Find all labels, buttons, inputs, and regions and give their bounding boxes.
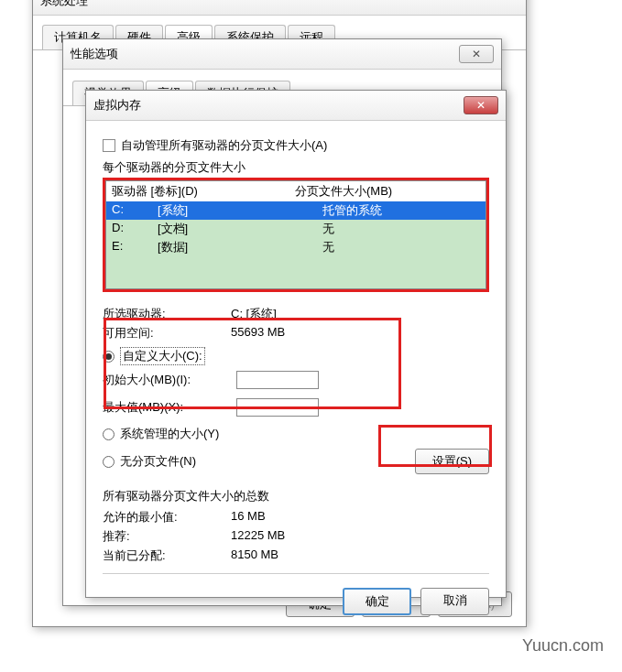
custom-size-radio[interactable] bbox=[103, 351, 115, 363]
header-size: 分页文件大小(MB) bbox=[295, 183, 480, 200]
drive-paging: 无 bbox=[322, 221, 480, 237]
no-paging-radio[interactable] bbox=[103, 456, 115, 468]
dialog-buttons: 确定 取消 bbox=[103, 588, 489, 615]
drive-list-empty bbox=[106, 256, 486, 288]
auto-manage-label: 自动管理所有驱动器的分页文件大小(A) bbox=[121, 137, 327, 154]
max-size-row: 最大值(MB)(X): bbox=[103, 398, 489, 417]
no-paging-row: 无分页文件(N) bbox=[103, 453, 196, 470]
initial-size-input[interactable] bbox=[236, 371, 319, 389]
system-managed-radio[interactable] bbox=[103, 428, 115, 440]
system-managed-label: 系统管理的大小(Y) bbox=[120, 426, 219, 442]
virtual-memory-dialog: 虚拟内存 ✕ 自动管理所有驱动器的分页文件大小(A) 每个驱动器的分页文件大小 … bbox=[85, 90, 507, 598]
drive-row-e[interactable]: E: [数据] 无 bbox=[106, 238, 486, 256]
titlebar: 性能选项 ✕ bbox=[63, 39, 501, 70]
drive-letter: C: bbox=[112, 202, 158, 219]
max-size-label: 最大值(MB)(X): bbox=[103, 399, 236, 416]
drive-paging: 托管的系统 bbox=[322, 202, 480, 219]
ok-button[interactable]: 确定 bbox=[343, 588, 411, 615]
set-button[interactable]: 设置(S) bbox=[415, 449, 489, 474]
recommended-value: 12225 MB bbox=[231, 528, 489, 545]
recommended-label: 推荐: bbox=[103, 528, 231, 545]
available-value: 55693 MB bbox=[231, 325, 489, 341]
drive-label: [数据] bbox=[158, 239, 322, 255]
titlebar: 系统处理 bbox=[33, 0, 526, 16]
available-label: 可用空间: bbox=[103, 325, 231, 341]
drive-paging: 无 bbox=[322, 239, 480, 255]
no-paging-label: 无分页文件(N) bbox=[120, 453, 196, 470]
min-allowed-row: 允许的最小值: 16 MB bbox=[103, 509, 489, 526]
current-value: 8150 MB bbox=[231, 547, 489, 564]
drive-list[interactable]: 驱动器 [卷标](D) 分页文件大小(MB) C: [系统] 托管的系统 D: … bbox=[105, 180, 486, 289]
divider bbox=[103, 573, 489, 574]
dialog-content: 自动管理所有驱动器的分页文件大小(A) 每个驱动器的分页文件大小 驱动器 [卷标… bbox=[86, 121, 506, 626]
window-title: 性能选项 bbox=[71, 46, 118, 62]
totals-title: 所有驱动器分页文件大小的总数 bbox=[103, 488, 489, 504]
drive-row-d[interactable]: D: [文档] 无 bbox=[106, 220, 486, 238]
drive-letter: E: bbox=[112, 239, 158, 255]
recommended-row: 推荐: 12225 MB bbox=[103, 528, 489, 545]
watermark: Yuucn.com bbox=[522, 636, 604, 656]
drive-letter: D: bbox=[112, 221, 158, 237]
custom-size-row: 自定义大小(C): bbox=[103, 347, 489, 365]
initial-size-label: 初始大小(MB)(I): bbox=[103, 372, 236, 388]
current-label: 当前已分配: bbox=[103, 547, 231, 564]
auto-manage-checkbox[interactable] bbox=[103, 139, 115, 152]
close-icon[interactable]: ✕ bbox=[459, 45, 494, 63]
min-allowed-value: 16 MB bbox=[231, 509, 489, 526]
min-allowed-label: 允许的最小值: bbox=[103, 509, 231, 526]
selected-drive-row: 所选驱动器: C: [系统] bbox=[103, 306, 489, 322]
max-size-input[interactable] bbox=[236, 398, 319, 417]
drive-label: [系统] bbox=[158, 202, 322, 219]
titlebar: 虚拟内存 ✕ bbox=[86, 91, 506, 121]
header-drive: 驱动器 [卷标](D) bbox=[112, 183, 295, 200]
drive-label: [文档] bbox=[158, 221, 322, 237]
current-row: 当前已分配: 8150 MB bbox=[103, 547, 489, 564]
auto-manage-row: 自动管理所有驱动器的分页文件大小(A) bbox=[103, 137, 489, 154]
drive-row-c[interactable]: C: [系统] 托管的系统 bbox=[106, 201, 486, 220]
window-title: 系统处理 bbox=[40, 0, 88, 9]
available-space-row: 可用空间: 55693 MB bbox=[103, 325, 489, 341]
selected-drive-value: C: [系统] bbox=[231, 306, 489, 322]
selected-drive-label: 所选驱动器: bbox=[103, 306, 231, 322]
drive-list-header: 驱动器 [卷标](D) 分页文件大小(MB) bbox=[106, 181, 486, 201]
cancel-button[interactable]: 取消 bbox=[420, 588, 489, 615]
custom-size-label: 自定义大小(C): bbox=[120, 347, 205, 365]
window-title: 虚拟内存 bbox=[93, 97, 141, 114]
each-drive-label: 每个驱动器的分页文件大小 bbox=[103, 159, 489, 176]
initial-size-row: 初始大小(MB)(I): bbox=[103, 371, 489, 389]
close-icon[interactable]: ✕ bbox=[464, 96, 498, 114]
system-managed-row: 系统管理的大小(Y) bbox=[103, 426, 489, 442]
